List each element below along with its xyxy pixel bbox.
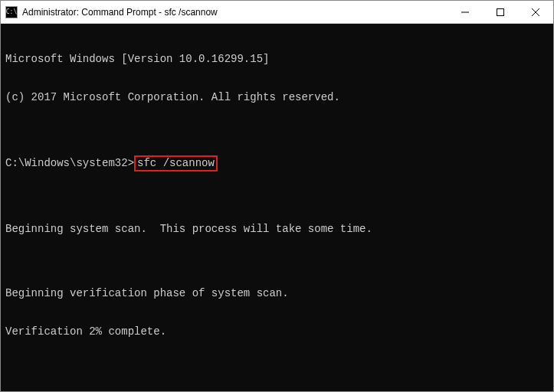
verify-begin-line: Beginning verification phase of system s… (5, 287, 549, 300)
close-button[interactable] (518, 1, 553, 23)
command-prompt-window: C:\ Administrator: Command Prompt - sfc … (0, 0, 554, 392)
progress-line: Verification 2% complete. (5, 325, 549, 338)
maximize-button[interactable] (483, 1, 518, 23)
minimize-icon (461, 8, 469, 16)
window-title: Administrator: Command Prompt - sfc /sca… (22, 7, 447, 18)
close-icon (532, 8, 539, 16)
cmd-icon: C:\ (5, 6, 18, 18)
titlebar[interactable]: C:\ Administrator: Command Prompt - sfc … (1, 1, 553, 24)
terminal-content[interactable]: Microsoft Windows [Version 10.0.16299.15… (1, 24, 553, 391)
command-highlight: sfc /scannow (134, 155, 218, 172)
prompt-path: C:\Windows\system32> (5, 157, 134, 169)
version-line: Microsoft Windows [Version 10.0.16299.15… (5, 53, 549, 66)
prompt-line: C:\Windows\system32>sfc /scannow (5, 155, 549, 172)
svg-rect-1 (497, 8, 504, 15)
scan-begin-line: Beginning system scan. This process will… (5, 223, 549, 236)
maximize-icon (497, 8, 504, 16)
window-controls (447, 1, 553, 23)
minimize-button[interactable] (447, 1, 483, 23)
copyright-line: (c) 2017 Microsoft Corporation. All righ… (5, 91, 549, 104)
